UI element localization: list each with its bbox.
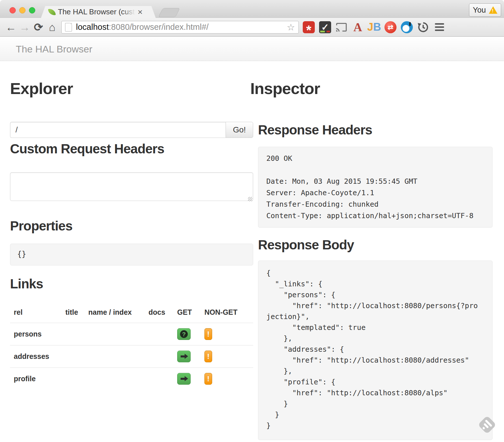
swap-arrows-glyph: ⇄ bbox=[388, 23, 393, 31]
swap-extension-icon[interactable]: ⇄ bbox=[384, 21, 396, 33]
question-circle-icon: ? bbox=[180, 330, 188, 338]
custom-request-headers-title: Custom Request Headers bbox=[10, 141, 253, 157]
browser-toolbar: ← → ⟳ ⌂ localhost:8080/browser/index.htm… bbox=[0, 18, 504, 37]
zoom-window-button[interactable] bbox=[29, 7, 35, 13]
explorer-title: Explorer bbox=[10, 80, 253, 97]
url-host: localhost bbox=[76, 22, 109, 32]
explorer-column: Explorer Go! Custom Request Headers Prop… bbox=[10, 61, 253, 390]
table-row-addresses: addresses ! bbox=[10, 345, 253, 368]
inspector-title: Inspector bbox=[250, 80, 494, 97]
col-title: title bbox=[62, 305, 85, 323]
rel-label: profile bbox=[10, 368, 62, 390]
letter-j-glyph: J bbox=[367, 21, 373, 33]
page-icon bbox=[65, 23, 72, 32]
links-table: rel title name / index docs GET NON-GET … bbox=[10, 305, 253, 390]
letter-a-glyph: A bbox=[353, 20, 362, 34]
col-docs: docs bbox=[145, 305, 173, 323]
custom-headers-textarea[interactable] bbox=[10, 172, 253, 201]
non-get-button[interactable]: ! bbox=[204, 351, 212, 362]
bookmark-star-icon[interactable]: ☆ bbox=[287, 22, 295, 33]
links-header-row: rel title name / index docs GET NON-GET bbox=[10, 305, 253, 323]
get-button[interactable] bbox=[177, 373, 191, 385]
address-bar[interactable]: localhost:8080/browser/index.html#/ ☆ bbox=[61, 21, 299, 34]
page-content: Explorer Go! Custom Request Headers Prop… bbox=[0, 61, 504, 442]
blue-circle-extension-icon[interactable] bbox=[401, 21, 413, 33]
app-header: The HAL Browser bbox=[0, 37, 504, 61]
back-icon[interactable]: ← bbox=[4, 22, 18, 33]
get-button[interactable] bbox=[177, 351, 191, 362]
response-headers-title: Response Headers bbox=[258, 122, 494, 138]
history-extension-icon[interactable] bbox=[417, 21, 429, 33]
non-get-button[interactable]: ! bbox=[204, 373, 212, 385]
properties-title: Properties bbox=[10, 218, 253, 234]
close-window-button[interactable] bbox=[9, 7, 16, 13]
spring-leaf-favicon bbox=[48, 8, 56, 16]
browser-tab[interactable]: The HAL Browser (customiz × bbox=[41, 6, 156, 18]
tab-title-fade bbox=[122, 6, 135, 18]
inspector-column: Inspector Response Headers 200 OK Date: … bbox=[250, 61, 494, 440]
col-rel: rel bbox=[10, 305, 62, 323]
explorer-address-input[interactable] bbox=[10, 122, 226, 138]
inspector-panels: Response Headers 200 OK Date: Mon, 03 Au… bbox=[258, 122, 494, 440]
arrow-right-icon bbox=[181, 355, 185, 357]
chromecast-extension-icon[interactable] bbox=[335, 21, 347, 33]
lastpass-extension-icon[interactable]: * bbox=[303, 21, 315, 33]
response-body-title: Response Body bbox=[258, 237, 494, 253]
url-path: :8080/browser/index.html#/ bbox=[109, 22, 208, 32]
properties-value: {} bbox=[17, 250, 26, 258]
table-row-profile: profile ! bbox=[10, 368, 253, 390]
table-row-persons: persons ? ! bbox=[10, 323, 253, 345]
checkmark-glyph: ✓ bbox=[321, 22, 329, 33]
explorer-address-row: Go! bbox=[10, 122, 253, 138]
response-body-box: { "_links": { "persons": { "href": "http… bbox=[258, 261, 493, 440]
letter-b-glyph: B bbox=[373, 21, 381, 33]
rel-label: persons bbox=[10, 323, 62, 345]
profile-button[interactable]: You ! bbox=[469, 3, 501, 17]
extension-icons: * ✓ A JB ⇄ bbox=[303, 21, 429, 33]
url-text: localhost:8080/browser/index.html#/ bbox=[76, 22, 287, 32]
non-get-button[interactable]: ! bbox=[204, 328, 212, 340]
forward-icon[interactable]: → bbox=[18, 22, 32, 33]
custom-headers-wrap bbox=[10, 172, 253, 202]
home-icon[interactable]: ⌂ bbox=[45, 22, 59, 33]
annotator-extension-icon[interactable]: A bbox=[352, 21, 364, 33]
window-controls bbox=[9, 7, 35, 13]
new-tab-button[interactable] bbox=[158, 8, 180, 17]
profile-label: You bbox=[473, 6, 486, 15]
col-get: GET bbox=[173, 305, 201, 323]
col-name-index: name / index bbox=[85, 305, 145, 323]
links-title: Links bbox=[10, 276, 253, 292]
response-headers-box: 200 OK Date: Mon, 03 Aug 2015 19:55:45 G… bbox=[258, 147, 493, 228]
jetbrains-extension-icon[interactable]: JB bbox=[368, 21, 380, 33]
cast-icon bbox=[336, 21, 347, 33]
browser-window: The HAL Browser (customiz × You ! ← → ⟳ … bbox=[0, 0, 504, 442]
app-title: The HAL Browser bbox=[16, 44, 92, 55]
history-clock-icon bbox=[417, 21, 429, 33]
menu-icon[interactable] bbox=[433, 23, 446, 31]
reload-icon[interactable]: ⟳ bbox=[32, 22, 45, 33]
tab-title-wrap: The HAL Browser (customiz bbox=[58, 6, 135, 18]
browser-titlebar: The HAL Browser (customiz × You ! bbox=[0, 0, 504, 18]
tab-close-icon[interactable]: × bbox=[138, 8, 143, 16]
get-templated-button[interactable]: ? bbox=[177, 328, 191, 340]
properties-box: {} bbox=[10, 244, 253, 265]
checker-plus-extension-icon[interactable]: ✓ bbox=[319, 21, 331, 33]
minimize-window-button[interactable] bbox=[19, 7, 26, 13]
rel-label: addresses bbox=[10, 345, 62, 368]
col-non-get: NON-GET bbox=[201, 305, 253, 323]
warning-icon: ! bbox=[489, 6, 497, 14]
go-button[interactable]: Go! bbox=[226, 122, 253, 138]
arrow-right-icon bbox=[181, 378, 185, 380]
